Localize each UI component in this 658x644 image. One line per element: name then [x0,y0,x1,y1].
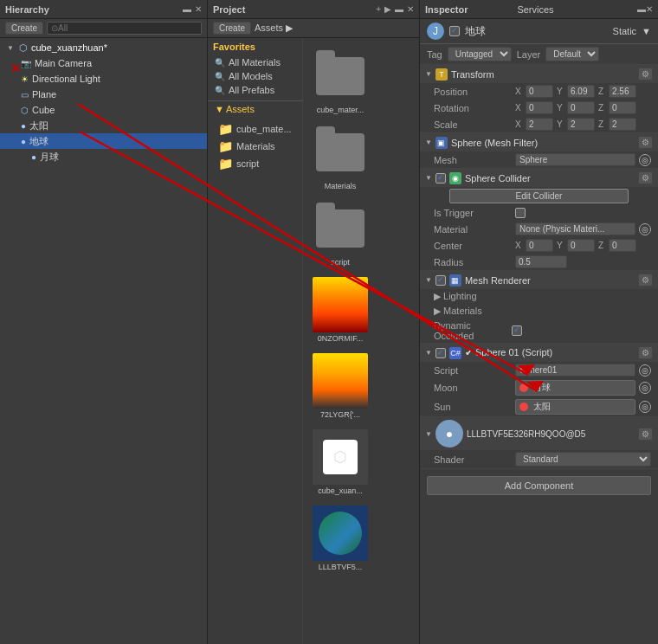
project-create-btn[interactable]: Create [213,22,251,35]
tree-item-diqiu[interactable]: ● 地球 [0,133,207,149]
hierarchy-icon2: ✕ [195,4,202,14]
material-select-icon[interactable]: ◎ [639,223,651,235]
assets-tree-cube-mate[interactable]: 📁 cube_mate... [208,120,302,138]
dynamic-occluded-row: Dynamic Occluded [420,319,658,343]
tree-item-main-camera[interactable]: 📷 Main Camera [0,55,207,71]
cube-mater-label: cube_mater... [317,106,364,114]
earth-thumb [313,506,368,561]
unity-label: cube_xuan... [318,486,363,495]
renderer-enabled-checkbox[interactable] [435,275,446,286]
scale-y-input[interactable] [567,118,595,131]
sphere-collider-header[interactable]: ▼ ◉ Sphere Collider ⚙ [420,169,658,187]
asset-0nzormif[interactable]: 0NZORMIF... [310,274,371,346]
lighting-arrow: ▶ [434,291,443,301]
sphere-script-header[interactable]: ▼ C# ✔ Sphere 01 (Script) ⚙ [420,344,658,362]
assets-grid-row-4: 0NZORMIF... [310,274,412,346]
rotation-x-input[interactable] [526,101,553,114]
asset-cube-xuan[interactable]: ⬡ cube_xuan... [310,426,371,499]
scale-label: Scale [434,119,512,130]
script-icon: C# [449,347,461,359]
assets-grid-row-5: 72LYGR{'... [310,350,412,422]
script-settings-icon[interactable]: ⚙ [638,346,653,359]
obj-name: 地球 [465,24,608,39]
asset-cube-mater[interactable]: cube_mater... [310,45,371,118]
shader-settings-icon[interactable]: ⚙ [638,428,653,441]
transform-settings-icon[interactable]: ⚙ [638,68,653,80]
hierarchy-tree: ▼ ⬡ cube_xuanzhuan* 📷 Main Camera ☀ Dire… [0,38,207,644]
sphere2-icon: ● [21,137,26,146]
transform-section: ▼ T Transform ⚙ Position X [420,65,658,133]
services-tab[interactable]: Services [517,4,553,15]
inspector-panel: Inspector Services ▬ ✕ J 地球 Static ▼ Tag… [420,0,658,644]
script-input[interactable] [515,364,635,377]
mesh-filter-settings-icon[interactable]: ⚙ [638,136,653,149]
scale-x-input[interactable] [526,118,553,131]
materials-arrow: ▶ [434,306,443,316]
moon-ref: 月球 [515,380,635,396]
tree-item-plane[interactable]: ▭ Plane [0,87,207,102]
collider-enabled-checkbox[interactable] [435,173,446,184]
favorites-all-materials[interactable]: 🔍 All Materials [208,55,302,69]
transform-header[interactable]: ▼ T Transform ⚙ [420,65,658,83]
obj-active-checkbox[interactable] [449,26,460,36]
tree-item-cube-xuanzhuan[interactable]: ▼ ⬡ cube_xuanzhuan* [0,40,207,55]
favorites-all-models[interactable]: 🔍 All Models [208,69,302,83]
assets-grid-row-3: script [310,197,412,270]
materials-expand[interactable]: ▶ Materials [420,304,658,319]
hierarchy-create-btn[interactable]: Create [5,22,43,35]
tree-item-yueqiu[interactable]: ● 月球 [0,149,207,164]
renderer-settings-icon[interactable]: ⚙ [638,274,653,287]
sun-select-icon[interactable]: ◎ [639,401,651,413]
assets-tree-script[interactable]: 📁 script [208,155,302,172]
asset-lllbtvf5[interactable]: LLLBTVF5... [310,502,371,575]
edit-collider-btn[interactable]: Edit Collider [449,189,629,203]
center-z-input[interactable] [609,239,636,252]
script-enabled-checkbox[interactable] [435,348,446,358]
script-thumb [313,201,368,256]
position-x-input[interactable] [526,85,553,98]
dynamic-occluded-checkbox[interactable] [512,325,522,336]
mesh-renderer-header[interactable]: ▼ ▦ Mesh Renderer ⚙ [420,271,658,289]
shader-header[interactable]: ▼ ● LLLBTVF5E326RH9QOO@D5 ⚙ [420,417,658,450]
tag-label: Tag [427,49,442,60]
radius-input[interactable] [515,255,567,268]
earth-label: LLLBTVF5... [319,563,363,571]
scale-z-input[interactable] [609,118,636,131]
collider-settings-icon[interactable]: ⚙ [638,171,653,184]
mesh-input[interactable] [515,153,635,166]
center-x-input[interactable] [526,239,553,252]
asset-materials[interactable]: Materials [310,121,371,194]
renderer-title: Mesh Renderer [465,275,635,286]
favorites-all-prefabs[interactable]: 🔍 All Prefabs [208,83,302,97]
mesh-select-icon[interactable]: ◎ [639,154,651,166]
shader-select[interactable]: Standard [515,452,651,467]
tree-item-directional-light[interactable]: ☀ Directional Light [0,71,207,87]
hierarchy-search-input[interactable] [47,22,202,35]
asset-72lygr[interactable]: 72LYGR{'... [310,350,371,422]
tree-item-cube[interactable]: ⬡ Cube [0,102,207,118]
center-label: Center [434,241,512,251]
tag-select[interactable]: Untagged [448,47,512,61]
script-select-icon[interactable]: ◎ [639,364,651,377]
moon-select-icon[interactable]: ◎ [639,382,651,394]
asset-script[interactable]: script [310,197,371,270]
position-z-input[interactable] [609,85,636,98]
scale-y-field: Y [557,118,595,131]
add-component-btn[interactable]: Add Component [427,476,651,495]
mesh-filter-header[interactable]: ▼ ▣ Sphere (Mesh Filter) ⚙ [420,133,658,151]
center-y-input[interactable] [567,239,595,252]
rotation-z-input[interactable] [609,101,636,114]
static-dropdown[interactable]: ▼ [642,26,651,36]
layer-select[interactable]: Default [545,47,599,61]
is-trigger-checkbox[interactable] [515,208,526,218]
rotation-y-input[interactable] [567,101,595,114]
material-input[interactable] [515,222,635,235]
project-panel: Project + ▶ ▬ ✕ Create Assets ▶ Favorite… [208,0,420,644]
assets-tree-materials[interactable]: 📁 Materials [208,138,302,155]
position-y-input[interactable] [567,85,595,98]
tree-item-taiyang[interactable]: ● 太阳 [0,118,207,133]
shader-label: Shader [434,454,512,465]
project-icon4: ✕ [407,4,414,14]
lighting-expand[interactable]: ▶ Lighting [420,289,658,304]
transform-icon: T [435,68,448,80]
